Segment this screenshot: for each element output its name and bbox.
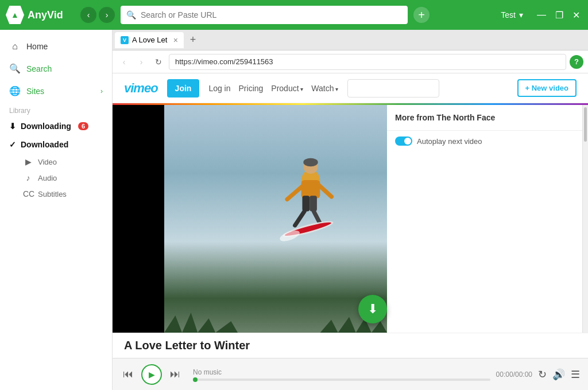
sidebar-item-sites[interactable]: 🌐 Sites ›	[0, 80, 112, 102]
tab-favicon: V	[121, 36, 129, 44]
vimeo-links: Log in Pricing Product Watch	[208, 84, 338, 93]
sidebar-item-subtitles[interactable]: CC Subtitles	[0, 186, 112, 202]
library-section-label: Library	[0, 102, 112, 117]
search-bar[interactable]: 🔍	[121, 6, 408, 24]
autoplay-row: Autoplay next video	[387, 131, 582, 151]
logo-icon	[6, 6, 24, 24]
sidebar-item-audio[interactable]: ♪ Audio	[0, 170, 112, 186]
player-loop-button[interactable]: ↻	[538, 368, 547, 381]
sidebar-item-search[interactable]: 🔍 Search	[0, 57, 112, 80]
sidebar-item-home[interactable]: ⌂ Home	[0, 36, 112, 57]
svg-line-7	[319, 185, 332, 197]
minimize-button[interactable]: —	[535, 9, 548, 22]
browser-content: vimeo Join Log in Pricing Product Watch …	[113, 73, 588, 358]
app-name: AnyVid	[28, 9, 63, 21]
player-prev-button[interactable]: ⏮	[121, 366, 136, 383]
autoplay-text: Autoplay next video	[417, 137, 482, 146]
player-time-current: 00:00	[496, 370, 513, 379]
player-info: No music	[193, 368, 490, 381]
content-area: V A Love Let × + ‹ › ↻ ? vimeo Join Log …	[113, 30, 588, 390]
vimeo-watch-link[interactable]: Watch	[311, 84, 338, 93]
downloading-icon: ⬇	[9, 122, 16, 131]
vimeo-search-input[interactable]	[347, 79, 439, 98]
browser-tab[interactable]: V A Love Let ×	[115, 32, 184, 48]
vimeo-navbar: vimeo Join Log in Pricing Product Watch …	[113, 73, 588, 103]
player-progress-bar[interactable]	[193, 379, 490, 381]
svg-line-6	[287, 186, 302, 199]
add-tab-button[interactable]: +	[413, 7, 430, 23]
sites-icon: 🌐	[9, 85, 21, 96]
svg-rect-3	[301, 180, 320, 198]
downloaded-check-icon: ✓	[9, 140, 16, 149]
audio-label: Audio	[38, 174, 57, 182]
new-tab-button[interactable]: +	[186, 33, 200, 47]
user-dropdown-icon: ▾	[519, 10, 523, 20]
title-bar: AnyVid ‹ › 🔍 + Test ▾ — ❐ ✕	[0, 0, 588, 30]
player-play-button[interactable]: ▶	[141, 364, 162, 385]
user-menu[interactable]: Test ▾	[501, 10, 523, 20]
player-bar: ⏮ ▶ ⏭ No music 00:00/00:00 ↻ 🔊 ☰	[113, 358, 588, 390]
vimeo-join-button[interactable]: Join	[167, 79, 200, 98]
downloading-label: Downloading	[21, 122, 71, 131]
scrollbar-thumb[interactable]	[584, 107, 587, 142]
video-title-bar: A Love Letter to Winter	[113, 333, 588, 358]
scrollbar[interactable]	[582, 105, 588, 333]
downloaded-label: Downloaded	[21, 140, 68, 149]
vimeo-pricing-link[interactable]: Pricing	[239, 84, 264, 93]
sidebar-item-downloading[interactable]: ⬇ Downloading 6	[0, 117, 112, 135]
svg-point-2	[303, 158, 318, 166]
sidebar-item-downloaded[interactable]: ✓ Downloaded	[0, 135, 112, 154]
player-progress-dot	[193, 377, 198, 382]
search-input[interactable]	[141, 10, 402, 20]
player-time-total: 00:00	[515, 370, 532, 379]
video-sidebar: More from The North Face Autoplay next v…	[387, 105, 582, 333]
autoplay-toggle[interactable]	[395, 136, 412, 146]
maximize-button[interactable]: ❐	[553, 9, 566, 22]
search-icon: 🔍	[9, 63, 21, 74]
video-label: Video	[38, 158, 57, 166]
main-area: ⌂ Home 🔍 Search 🌐 Sites › Library ⬇ Down…	[0, 30, 588, 390]
player-no-music: No music	[193, 368, 490, 376]
tab-close-button[interactable]: ×	[173, 36, 178, 45]
vimeo-login-link[interactable]: Log in	[208, 84, 230, 93]
player-playlist-button[interactable]: ☰	[571, 368, 580, 381]
video-area: More from The North Face Autoplay next v…	[113, 105, 588, 333]
user-name: Test	[501, 10, 516, 20]
svg-rect-5	[310, 196, 317, 211]
browser-forward-button[interactable]: ›	[134, 55, 148, 69]
sites-arrow-icon: ›	[100, 87, 103, 95]
subtitles-label: Subtitles	[38, 190, 67, 198]
vimeo-new-video-button[interactable]: + New video	[517, 79, 577, 97]
video-thumbnail	[164, 105, 387, 333]
player-time: 00:00/00:00	[496, 370, 532, 379]
sidebar: ⌂ Home 🔍 Search 🌐 Sites › Library ⬇ Down…	[0, 30, 113, 390]
browser-refresh-button[interactable]: ↻	[152, 55, 165, 69]
sidebar-search-label: Search	[26, 64, 52, 73]
player-next-button[interactable]: ⏭	[168, 366, 183, 383]
svg-rect-4	[303, 196, 310, 211]
search-icon: 🔍	[126, 10, 136, 20]
download-fab-button[interactable]: ⬇	[358, 295, 387, 323]
video-title: A Love Letter to Winter	[124, 339, 250, 352]
browser-back-button[interactable]: ‹	[117, 55, 131, 69]
player-volume-button[interactable]: 🔊	[552, 368, 565, 381]
audio-icon: ♪	[23, 173, 33, 182]
video-player[interactable]	[164, 105, 387, 333]
sidebar-item-video[interactable]: ▶ Video	[0, 154, 112, 170]
url-input[interactable]	[169, 54, 566, 70]
back-button[interactable]: ‹	[80, 7, 96, 23]
vimeo-product-link[interactable]: Product	[271, 84, 303, 93]
sidebar-sites-label: Sites	[26, 87, 44, 96]
video-icon: ▶	[23, 157, 33, 166]
close-button[interactable]: ✕	[570, 9, 582, 22]
tab-title: A Love Let	[132, 36, 167, 44]
window-controls: — ❐ ✕	[535, 9, 582, 22]
snowboarder-graphic	[253, 139, 368, 254]
subtitles-icon: CC	[23, 189, 33, 198]
video-left-bar	[113, 105, 164, 333]
forward-button[interactable]: ›	[99, 7, 115, 23]
help-button[interactable]: ?	[570, 55, 583, 69]
vimeo-logo: vimeo	[124, 81, 158, 96]
address-bar: ‹ › ↻ ?	[113, 50, 588, 73]
app-logo: AnyVid	[6, 6, 75, 24]
